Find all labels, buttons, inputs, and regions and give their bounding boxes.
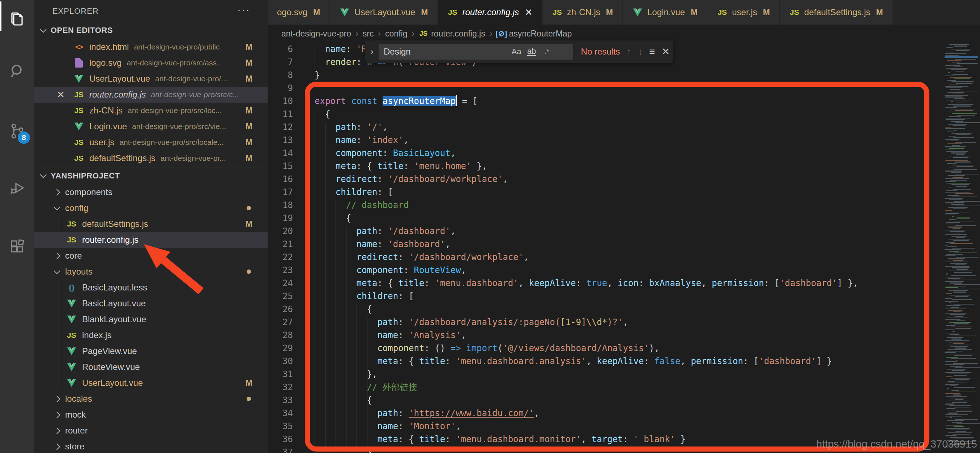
- find-input[interactable]: [379, 47, 509, 57]
- tree-file-PageView.vue[interactable]: PageView.vue: [34, 343, 267, 359]
- minimap-line: [955, 71, 964, 71]
- tree-file-UserLayout.vue[interactable]: UserLayout.vueM: [34, 375, 267, 391]
- tab-ogo.svg[interactable]: ogo.svgM: [267, 0, 330, 25]
- tree-file-defaultSettings.js[interactable]: JSdefaultSettings.jsM: [34, 216, 267, 232]
- open-editor-logo.svg[interactable]: logo.svgant-design-vue-pro/src/ass...M: [34, 55, 267, 71]
- minimap-line: [947, 420, 964, 421]
- explorer-sidebar: EXPLORER ··· OPEN EDITORS <>index.htmlan…: [34, 0, 267, 453]
- tab-Login.vue[interactable]: Login.vueM: [623, 0, 707, 25]
- tree-file-BasicLayout.vue[interactable]: BasicLayout.vue: [34, 296, 267, 311]
- tab-defaultSettings.js[interactable]: JSdefaultSettings.jsM: [780, 0, 893, 25]
- tree-folder-router[interactable]: router: [34, 423, 267, 439]
- tab-router.config.js[interactable]: JSrouter.config.js✕: [438, 0, 542, 25]
- breadcrumb-item-src[interactable]: src: [363, 29, 374, 39]
- source-control-icon[interactable]: 8: [0, 115, 34, 147]
- code-line-27: 27 path: '/dashboard/analysis/:pageNo([1…: [267, 316, 945, 329]
- project-section-header[interactable]: YANSHIPROJECT: [34, 168, 267, 184]
- modified-badge: M: [313, 8, 320, 17]
- minimap-line: [945, 181, 956, 182]
- open-editor-zh-CN.js[interactable]: JSzh-CN.jsant-design-vue-pro/src/loc...M: [34, 103, 267, 119]
- code-editor[interactable]: 6 name: 'RouteView',7 render: h => h('ro…: [267, 43, 945, 453]
- tree-file-RouteView.vue[interactable]: RouteView.vue: [34, 359, 267, 375]
- tab-user.js[interactable]: JSuser.jsM: [707, 0, 780, 25]
- minimap-line: [945, 223, 953, 224]
- find-collapse-icon[interactable]: ›: [365, 46, 379, 57]
- minimap-line: [950, 437, 974, 437]
- minimap-line: [956, 186, 967, 186]
- tree-folder-layouts[interactable]: layouts: [34, 264, 267, 280]
- minimap-line: [945, 383, 966, 383]
- find-next-icon[interactable]: ↓: [638, 46, 643, 57]
- open-editor-defaultSettings.js[interactable]: JSdefaultSettings.jsant-design-vue-pr...…: [34, 150, 267, 166]
- indent-guide: [367, 317, 368, 453]
- vue-file-icon: [632, 7, 643, 18]
- open-editor-router.config.js[interactable]: ✕JSrouter.config.jsant-design-vue-pro/sr…: [34, 87, 267, 103]
- minimap-line: [954, 375, 967, 376]
- tree-folder-core[interactable]: core: [34, 248, 267, 264]
- open-editor-index.html[interactable]: <>index.htmlant-design-vue-pro/publicM: [34, 39, 267, 55]
- minimap-line: [945, 266, 969, 267]
- tree-file-BlankLayout.vue[interactable]: BlankLayout.vue: [34, 311, 267, 327]
- extensions-icon[interactable]: [0, 230, 34, 263]
- code-line-20: 20 path: '/dashboard',: [267, 225, 945, 238]
- minimap-line: [946, 119, 965, 120]
- code-line-28: 28 name: 'Analysis',: [267, 329, 945, 342]
- minimap-line: [948, 342, 966, 342]
- code-line-13: 13 name: 'index',: [267, 134, 945, 147]
- sidebar-title: EXPLORER: [52, 6, 99, 16]
- tree-folder-components[interactable]: components: [34, 184, 267, 200]
- minimap-line: [956, 166, 973, 167]
- minimap-line: [950, 109, 975, 109]
- find-close-icon[interactable]: ✕: [662, 46, 670, 57]
- minimap-line: [952, 93, 963, 94]
- tree-folder-config[interactable]: config: [34, 200, 267, 216]
- open-editors-header[interactable]: OPEN EDITORS: [34, 22, 267, 38]
- open-editor-Login.vue[interactable]: Login.vueant-design-vue-pro/src/vie...M: [34, 119, 267, 135]
- minimap-line: [945, 86, 969, 87]
- editor-group: ogo.svgMUserLayout.vueMJSrouter.config.j…: [267, 0, 980, 453]
- minimap-line: [948, 413, 958, 413]
- breadcrumb-item-config[interactable]: config: [385, 29, 407, 39]
- tree-folder-store[interactable]: store: [34, 439, 267, 453]
- minimap[interactable]: [945, 43, 980, 453]
- minimap-line: [956, 154, 964, 155]
- minimap-line: [947, 254, 963, 255]
- explorer-icon[interactable]: [0, 3, 34, 35]
- minimap-line: [949, 322, 971, 323]
- modified-dot-badge: [247, 206, 251, 210]
- breadcrumb-item-asyncRouterMap[interactable]: [⊘]asyncRouterMap: [496, 29, 572, 39]
- tab-zh-CN.js[interactable]: JSzh-CN.jsM: [542, 0, 623, 25]
- breadcrumb-item-router.config.js[interactable]: JSrouter.config.js: [419, 29, 485, 39]
- match-case-icon[interactable]: Aa: [509, 45, 524, 59]
- minimap-line: [945, 281, 964, 282]
- run-debug-icon[interactable]: [0, 172, 34, 204]
- minimap-line: [946, 222, 960, 223]
- tree-file-index.js[interactable]: JSindex.js: [34, 327, 267, 343]
- more-actions-icon[interactable]: ···: [237, 4, 250, 16]
- tree-folder-mock[interactable]: mock: [34, 407, 267, 423]
- open-editor-user.js[interactable]: JSuser.jsant-design-vue-pro/src/locale..…: [34, 135, 267, 150]
- minimap-line: [949, 271, 974, 271]
- tree-folder-locales[interactable]: locales: [34, 391, 267, 407]
- tab-UserLayout.vue[interactable]: UserLayout.vueM: [330, 0, 438, 25]
- regex-icon[interactable]: .*: [539, 45, 554, 59]
- tab-close-icon[interactable]: ✕: [525, 7, 533, 18]
- minimap-line: [945, 118, 971, 119]
- search-icon[interactable]: [0, 55, 34, 87]
- minimap-line: [954, 323, 969, 324]
- minimap-line: [945, 198, 963, 199]
- tree-file-BasicLayout.less[interactable]: {}BasicLayout.less: [34, 280, 267, 296]
- find-in-selection-icon[interactable]: ≡: [649, 46, 655, 57]
- whole-word-icon[interactable]: ab: [524, 45, 539, 59]
- open-editor-UserLayout.vue[interactable]: UserLayout.vueant-design-vue-pro/...M: [34, 71, 267, 87]
- activity-bar: 8: [0, 0, 34, 453]
- minimap-line: [949, 116, 961, 117]
- tree-file-router.config.js[interactable]: JSrouter.config.js: [34, 232, 267, 248]
- minimap-line: [953, 125, 966, 126]
- chevron-down-icon: [40, 26, 46, 33]
- find-previous-icon[interactable]: ↑: [627, 46, 632, 57]
- close-icon[interactable]: ✕: [55, 89, 66, 100]
- minimap-line: [955, 59, 976, 60]
- breadcrumb-item-ant-design-vue-pro[interactable]: ant-design-vue-pro: [282, 29, 351, 39]
- minimap-line: [952, 62, 960, 62]
